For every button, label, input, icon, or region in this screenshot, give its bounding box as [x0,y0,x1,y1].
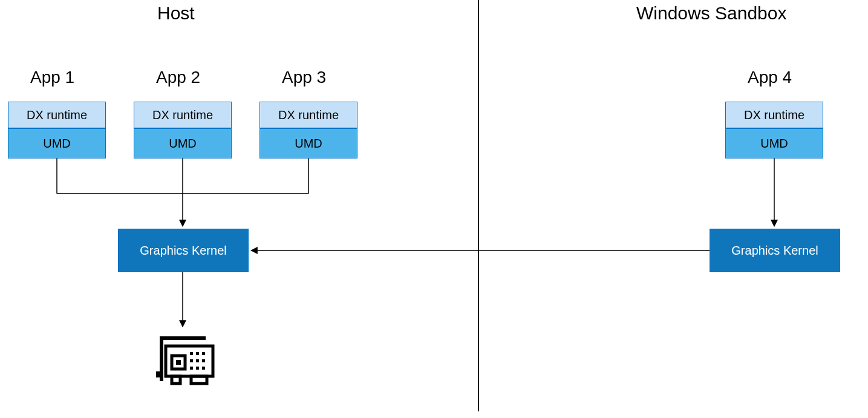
kernel-label: Graphics Kernel [140,244,226,258]
app4-title: App 4 [748,68,792,87]
umd-label: UMD [760,137,788,151]
vertical-divider [478,0,479,411]
svg-rect-14 [202,367,205,370]
svg-rect-11 [202,359,205,362]
svg-rect-15 [172,376,180,384]
gpu-hardware-icon [155,333,215,396]
app1-dx-box: DX runtime [8,102,106,128]
svg-rect-7 [196,352,199,355]
app2-dx-box: DX runtime [134,102,232,128]
svg-rect-12 [190,367,193,370]
host-kernel-box: Graphics Kernel [118,229,249,272]
app3-title: App 3 [282,68,326,87]
app2-umd-box: UMD [134,128,232,158]
svg-rect-9 [190,359,193,362]
svg-rect-16 [191,376,207,384]
svg-rect-0 [160,336,206,340]
umd-label: UMD [295,137,322,151]
host-title: Host [157,3,195,24]
kernel-label: Graphics Kernel [731,244,818,258]
app1-umd-box: UMD [8,128,106,158]
diagram-canvas: Host Windows Sandbox App 1 DX runtime UM… [0,0,868,418]
svg-rect-13 [196,367,199,370]
dx-label: DX runtime [27,108,87,122]
dx-label: DX runtime [278,108,339,122]
svg-rect-6 [190,352,193,355]
app3-dx-box: DX runtime [259,102,357,128]
connector-lines [0,0,868,418]
sandbox-title: Windows Sandbox [636,3,786,24]
svg-rect-8 [202,352,205,355]
dx-label: DX runtime [152,108,213,122]
app3-umd-box: UMD [259,128,357,158]
app2-title: App 2 [156,68,200,87]
umd-label: UMD [169,137,197,151]
sandbox-kernel-box: Graphics Kernel [710,229,840,272]
dx-label: DX runtime [744,108,804,122]
svg-rect-10 [196,359,199,362]
umd-label: UMD [43,137,71,151]
app4-dx-box: DX runtime [725,102,823,128]
app4-umd-box: UMD [725,128,823,158]
app1-title: App 1 [30,68,74,87]
svg-rect-5 [176,360,181,365]
svg-rect-2 [156,371,163,377]
